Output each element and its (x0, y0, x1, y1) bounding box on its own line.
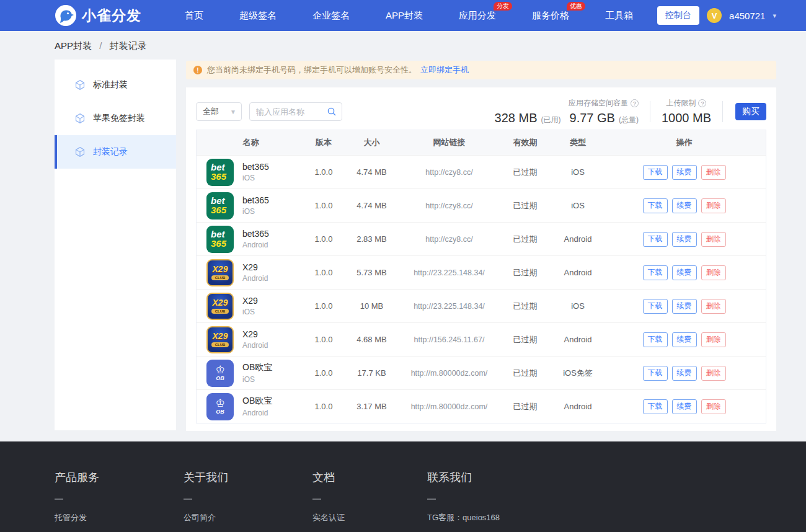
table-row: bet 365 bet365 Android 1.0.0 2.83 MB htt… (197, 222, 766, 255)
search-input[interactable] (256, 107, 327, 117)
download-button[interactable]: 下载 (643, 399, 668, 414)
footer-link[interactable]: TG客服：queios168 (427, 512, 556, 523)
nav-menu-item[interactable]: APP封装 (386, 10, 423, 22)
nav-menu: 首页 超级签名 企业签名 APP封装 应用分发 分发 (185, 10, 657, 22)
phone-bind-warning-banner: ! 您当前尚未绑定手机号码，绑定手机可以增加账号安全性。 立即绑定手机 (186, 61, 776, 79)
download-button[interactable]: 下载 (643, 198, 668, 213)
download-button[interactable]: 下载 (643, 232, 668, 247)
app-type: Android (553, 268, 603, 277)
nav-item-badge: 分发 (494, 2, 512, 11)
sidebar-item[interactable]: 标准封装 (55, 68, 176, 102)
footer-divider (55, 499, 63, 500)
username[interactable]: a450721 (729, 11, 765, 21)
delete-button[interactable]: 删除 (701, 399, 726, 414)
app-platform: iOS (242, 174, 269, 182)
app-name: bet365 (242, 229, 269, 239)
filter-select[interactable]: 全部 ▼ (196, 102, 242, 121)
app-type: Android (553, 402, 603, 411)
nav-item-label: 首页 (185, 10, 203, 20)
renew-button[interactable]: 续费 (672, 332, 697, 347)
nav-item-label: 企业签名 (312, 10, 350, 20)
help-icon[interactable]: ? (698, 99, 706, 107)
delete-button[interactable]: 删除 (701, 265, 726, 280)
page-footer: 产品服务 托管分发 价格服务 关于我们 公司简介 隐私政策 文档 实名认证 企业… (0, 441, 806, 532)
delete-button[interactable]: 删除 (701, 332, 726, 347)
app-icon: X29 CLUB (206, 259, 234, 286)
storage-label: 应用存储空间容量 (569, 98, 628, 109)
download-button[interactable]: 下载 (643, 165, 668, 180)
app-url: http://czy8.cc/ (401, 235, 497, 244)
delete-button[interactable]: 删除 (701, 198, 726, 213)
delete-button[interactable]: 删除 (701, 299, 726, 314)
content-area: 标准封装 苹果免签封装 封装记录 ! 您当 (0, 60, 806, 431)
app-type: iOS (553, 201, 603, 210)
table-row: bet 365 bet365 iOS 1.0.0 4.74 MB http://… (197, 155, 766, 188)
search-box (249, 102, 342, 121)
app-size: 2.83 MB (342, 234, 401, 244)
table-row: X29 CLUB X29 iOS 1.0.0 10 MB http://23.2… (197, 289, 766, 322)
renew-button[interactable]: 续费 (672, 299, 697, 314)
table-row: bet 365 bet365 iOS 1.0.0 4.74 MB http://… (197, 188, 766, 222)
footer-link[interactable]: 实名认证 (312, 512, 427, 523)
nav-menu-item[interactable]: 企业签名 (312, 10, 350, 22)
download-button[interactable]: 下载 (643, 265, 668, 280)
nav-item-label: APP封装 (386, 10, 423, 20)
nav-item-label: 超级签名 (239, 10, 277, 20)
app-icon: bet 365 (206, 159, 234, 186)
app-size: 17.7 KB (342, 368, 401, 378)
renew-button[interactable]: 续费 (672, 198, 697, 213)
console-button[interactable]: 控制台 (657, 6, 699, 25)
download-button[interactable]: 下载 (643, 366, 668, 381)
storage-used-suffix: (已用) (541, 115, 561, 125)
breadcrumb-parent[interactable]: APP封装 (55, 40, 92, 51)
upload-limit-value: 1000 MB (662, 111, 711, 125)
delete-button[interactable]: 删除 (701, 232, 726, 247)
app-type: Android (553, 234, 603, 244)
renew-button[interactable]: 续费 (672, 165, 697, 180)
nav-menu-item[interactable]: 服务价格 优惠 (532, 10, 569, 22)
app-platform: iOS (242, 308, 258, 316)
nav-menu-item[interactable]: 应用分发 分发 (459, 10, 496, 22)
table-row: ♔ OB OB欧宝 Android 1.0.0 3.17 MB http://m… (197, 389, 766, 423)
app-logo[interactable]: 小雀分发 (55, 4, 141, 27)
nav-item-label: 服务价格 (532, 10, 569, 20)
search-icon[interactable] (327, 107, 337, 117)
app-platform: Android (242, 274, 268, 283)
download-button[interactable]: 下载 (643, 299, 668, 314)
sidebar-item-label: 苹果免签封装 (93, 113, 145, 124)
app-url: http://156.245.11.67/ (401, 335, 497, 344)
nav-menu-item[interactable]: 超级签名 (239, 10, 277, 22)
renew-button[interactable]: 续费 (672, 366, 697, 381)
app-expiry: 已过期 (497, 267, 553, 278)
sidebar-item[interactable]: 封装记录 (55, 135, 176, 169)
renew-button[interactable]: 续费 (672, 232, 697, 247)
buy-button[interactable]: 购买 (735, 103, 766, 120)
cube-icon (74, 146, 86, 157)
footer-column-title: 关于我们 (184, 470, 312, 485)
upload-limit-label: 上传限制 (666, 98, 696, 109)
download-button[interactable]: 下载 (643, 332, 668, 347)
footer-link[interactable]: 托管分发 (55, 512, 184, 523)
sidebar-item[interactable]: 苹果免签封装 (55, 102, 176, 135)
avatar[interactable]: V (707, 8, 722, 23)
table-row: X29 CLUB X29 Android 1.0.0 5.73 MB http:… (197, 255, 766, 289)
nav-menu-item[interactable]: 工具箱 (605, 10, 633, 22)
app-icon: bet 365 (206, 192, 234, 219)
chevron-down-icon[interactable]: ▾ (773, 12, 776, 20)
footer-link[interactable]: 公司简介 (184, 512, 312, 523)
filter-select-value: 全部 (203, 106, 219, 117)
header-version: 版本 (305, 137, 342, 148)
footer-column: 联系我们 TG客服：queios168 TG频道：queios168 (427, 470, 556, 532)
app-icon: ♔ OB (206, 360, 234, 387)
app-version: 1.0.0 (305, 268, 342, 277)
renew-button[interactable]: 续费 (672, 265, 697, 280)
bind-phone-link[interactable]: 立即绑定手机 (420, 64, 469, 76)
delete-button[interactable]: 删除 (701, 165, 726, 180)
help-icon[interactable]: ? (631, 99, 639, 107)
nav-item-badge: 优惠 (567, 2, 585, 11)
nav-menu-item[interactable]: 首页 (185, 10, 203, 22)
delete-button[interactable]: 删除 (701, 366, 726, 381)
app-expiry: 已过期 (497, 167, 553, 178)
renew-button[interactable]: 续费 (672, 399, 697, 414)
breadcrumb: APP封装 / 封装记录 (0, 31, 806, 60)
